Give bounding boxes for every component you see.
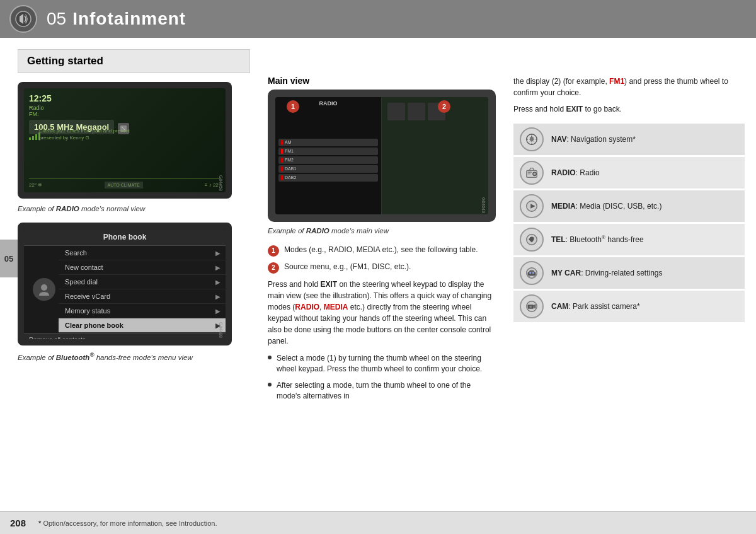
svg-point-17 — [533, 275, 535, 277]
bullet-text-1: Select a mode (1) by turning the thumb w… — [277, 353, 496, 375]
page-number: 208 — [10, 518, 26, 528]
phone-menu-speed-dial-label: Speed dial — [65, 278, 98, 286]
numbered-item-2: 2 Source menu, e.g., (FM1, DISC, etc.). — [268, 262, 496, 274]
radio-icon-circle — [520, 161, 544, 185]
badge-number-2: 2 — [438, 100, 450, 113]
main-control-btn-1[interactable] — [387, 103, 405, 120]
radio-btn-dab2[interactable]: DAB2 — [278, 174, 378, 182]
mode-row-cam: CAM: Park assist camera* — [513, 291, 745, 322]
numbered-badge-2: 2 — [268, 262, 279, 274]
main-radio-right-row1 — [387, 103, 483, 120]
phone-menu-receive-vcard-label: Receive vCard — [65, 293, 110, 300]
chapter-title: Infotainment — [72, 9, 186, 29]
radio-btn-fm2[interactable]: FM2 — [278, 156, 378, 164]
radio-btn-dab1[interactable]: DAB1 — [278, 165, 378, 173]
bullet-dot-2 — [268, 383, 272, 386]
svg-point-23 — [529, 306, 532, 308]
left-column: Getting started 12:25 RadioFM: 100.5 MHz… — [0, 38, 261, 511]
cam-icon-circle — [520, 294, 544, 318]
bullet-dot-1 — [268, 356, 272, 359]
main-view-label: Main view — [268, 76, 496, 86]
radio-description: Classic jazz tunes from past and present… — [39, 127, 220, 141]
highlight-exit: EXIT — [566, 105, 583, 113]
bullet-list: Select a mode (1) by turning the thumb w… — [268, 353, 496, 402]
numbered-text-2: Source menu, e.g., (FM1, DISC, etc.). — [284, 262, 411, 272]
right-column: the display (2) (for example, FM1) and p… — [507, 38, 756, 511]
phone-menu-new-contact-label: New contact — [65, 264, 103, 271]
numbered-text-1: Modes (e.g., RADIO, MEDIA etc.), see the… — [284, 245, 478, 255]
main-view-screen-container: RADIO AM FM1 FM2 DAB1 DAB2 — [268, 90, 496, 222]
mode-text-radio: RADIO: Radio — [551, 168, 600, 178]
phone-menu-search-arrow: ▶ — [215, 250, 220, 257]
numbered-badge-1: 1 — [268, 245, 279, 257]
phone-screen-inner: Phone book Search ▶ — [24, 229, 226, 339]
radio-screen-display: 12:25 RadioFM: 100.5 MHz Megapol — [24, 88, 226, 192]
phone-book-header: Phone book — [24, 229, 226, 246]
mode-text-mycar: MY CAR: Driving-related settings — [551, 268, 663, 279]
phone-menu-speed-dial: Speed dial ▶ — [59, 275, 226, 289]
main-radio-buttons: AM FM1 FM2 DAB1 DAB2 — [278, 108, 378, 211]
mode-text-nav: NAV: Navigation system* — [551, 134, 636, 145]
main-radio-right-buttons — [385, 100, 485, 123]
phone-menu-memory-status: Memory status ▶ — [59, 304, 226, 318]
svg-point-8 — [533, 172, 537, 176]
bullet-item-1: Select a mode (1) by turning the thumb w… — [268, 353, 496, 375]
phone-menu-memory-status-label: Memory status — [65, 307, 110, 315]
nav-icon-circle — [520, 127, 544, 151]
badge-number-1: 1 — [287, 100, 299, 113]
mode-text-media: MEDIA: Media (DISC, USB, etc.) — [551, 201, 662, 212]
phone-remove-all-contacts: Remove all contacts — [24, 333, 226, 339]
numbered-item-1: 1 Modes (e.g., RADIO, MEDIA etc.), see t… — [268, 245, 496, 257]
svg-rect-19 — [532, 272, 534, 274]
media-icon-circle — [520, 194, 544, 218]
page-header: 05 Infotainment — [0, 0, 756, 38]
radio-source: RadioFM: — [29, 105, 220, 117]
phone-menu-clear-phone-book: Clear phone book ▶ — [59, 318, 226, 333]
auto-climate-label: AUTO CLIMATE — [105, 182, 143, 189]
svg-point-4 — [41, 284, 47, 291]
phone-menu-search: Search ▶ — [59, 246, 226, 260]
mode-text-tel: TEL: Bluetooth® hands-free — [551, 234, 644, 245]
phone-menu-search-label: Search — [65, 249, 87, 257]
main-radio-left-panel: RADIO AM FM1 FM2 DAB1 DAB2 — [275, 97, 382, 214]
radio-btn-fm1[interactable]: FM1 — [278, 148, 378, 155]
phone-menu-memory-status-arrow: ▶ — [215, 308, 220, 315]
radio-screen-caption: Example of RADIO mode's normal view — [18, 204, 250, 214]
main-screen-code: G04043 — [481, 197, 486, 213]
radio-temp-left: 22° ❄ — [29, 182, 42, 188]
svg-rect-18 — [529, 272, 531, 274]
phone-menu-receive-vcard: Receive vCard ▶ — [59, 289, 226, 304]
mycar-icon-circle — [520, 261, 544, 285]
phone-screen-caption: Example of Bluetooth® hands-free mode's … — [18, 351, 250, 363]
radio-screen-inner: 12:25 RadioFM: 100.5 MHz Megapol — [24, 88, 226, 192]
phone-menu-receive-vcard-arrow: ▶ — [215, 293, 220, 300]
mode-row-media: MEDIA: Media (DISC, USB, etc.) — [513, 190, 745, 222]
radio-screen-container: 12:25 RadioFM: 100.5 MHz Megapol — [18, 82, 232, 199]
tel-icon-circle — [520, 228, 544, 252]
phone-menu-new-contact: New contact ▶ — [59, 260, 226, 275]
section-heading: Getting started — [18, 49, 250, 73]
phone-screen-container: Phone book Search ▶ — [18, 223, 232, 345]
svg-point-16 — [529, 275, 530, 277]
bullet-text-2: After selecting a mode, turn the thumb w… — [277, 380, 496, 402]
page-footer: 208 * Option/accessory, for more informa… — [0, 511, 756, 534]
mode-row-radio: RADIO: Radio — [513, 157, 745, 189]
mode-row-tel: TEL: Bluetooth® hands-free — [513, 224, 745, 255]
radio-btn-am[interactable]: AM — [278, 139, 378, 146]
main-control-btn-2[interactable] — [408, 103, 425, 120]
chapter-number: 05 — [47, 9, 66, 29]
main-radio-right-panel — [382, 97, 488, 214]
mode-text-cam: CAM: Park assist camera* — [551, 301, 640, 312]
main-view-screen-inner: RADIO AM FM1 FM2 DAB1 DAB2 — [275, 97, 488, 214]
phone-menu-area: Search ▶ New contact ▶ Speed dial ▶ — [24, 246, 226, 333]
mode-grid: NAV: Navigation system* RADIO: Radio — [513, 124, 745, 322]
body-text-exit: Press and hold EXIT on the steering whee… — [268, 279, 496, 347]
header-speaker-icon — [9, 5, 37, 33]
footer-note: * Option/accessory, for more information… — [38, 519, 217, 527]
footer-asterisk: * — [38, 519, 43, 527]
main-content: Getting started 12:25 RadioFM: 100.5 MHz… — [0, 38, 756, 511]
mode-row-nav: NAV: Navigation system* — [513, 124, 745, 155]
main-view-caption: Example of RADIO mode's main view — [268, 226, 496, 236]
chapter-side-tab: 05 — [0, 240, 18, 277]
main-radio-screen: RADIO AM FM1 FM2 DAB1 DAB2 — [275, 97, 488, 214]
